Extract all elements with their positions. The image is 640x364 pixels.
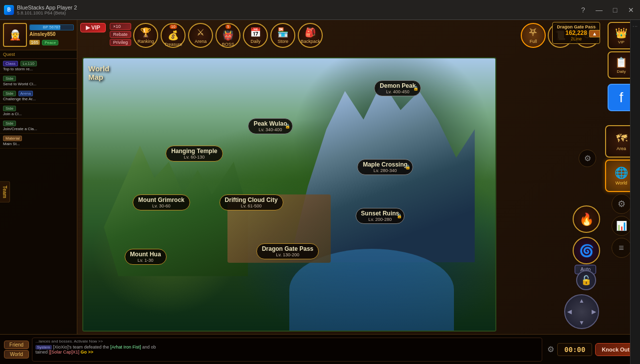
dpad-up-arrow: ▲ bbox=[579, 297, 585, 304]
bp-bar: BP 56787 bbox=[29, 24, 74, 30]
right-extra-2: ⚙ 📊 ≡ bbox=[612, 194, 632, 258]
title-bar: B BlueStacks App Player 2 5.8.101.1001 P… bbox=[0, 0, 640, 20]
treasure-icon: 💰 bbox=[168, 30, 179, 41]
chat-msg3: tained bbox=[35, 350, 49, 355]
boss-button[interactable]: 5 👹 BOSS bbox=[215, 23, 240, 48]
arena-badge: Arena bbox=[18, 91, 33, 96]
peak-wulao-level: Lv. 340-400 bbox=[253, 127, 287, 132]
close-button[interactable]: ✕ bbox=[626, 5, 636, 15]
quest-item-2[interactable]: Side Send to World Cl... bbox=[0, 74, 77, 89]
timer-value: 00:00 bbox=[563, 346, 587, 354]
store-icon: 🏪 bbox=[277, 27, 288, 38]
settings-right-icon[interactable]: ⚙ bbox=[612, 194, 632, 214]
friend-button[interactable]: Friend bbox=[4, 341, 29, 349]
area-label: Area bbox=[617, 146, 626, 151]
ranking-button[interactable]: 🏆 Ranking bbox=[133, 23, 158, 48]
quest-item-clan[interactable]: Side Join a Cl... bbox=[0, 104, 77, 119]
chat-msg2: and ob bbox=[142, 345, 156, 350]
peace-badge: Peace bbox=[42, 40, 58, 45]
world-bottom-button[interactable]: World bbox=[4, 350, 29, 359]
chat-line-2: System [XioXio]'s team defeated the [Arh… bbox=[35, 345, 539, 355]
top-icon-row: 🏆 Ranking 10 💰 Treasure ⚔ Arena 5 👹 BOSS… bbox=[133, 23, 323, 48]
x10-badge[interactable]: ×10 bbox=[110, 23, 132, 30]
item-button-2[interactable]: 🌀 bbox=[573, 237, 600, 264]
side-badge-2: Side bbox=[3, 91, 16, 96]
store-label: Store bbox=[278, 39, 289, 44]
full-icon[interactable]: ⛧ Full bbox=[521, 23, 546, 48]
dragon-gate-pass-level: Lv. 130-200 bbox=[262, 252, 313, 257]
boss-badge: 5 bbox=[225, 24, 230, 29]
team-tab[interactable]: Team bbox=[0, 181, 10, 202]
quest-item-1[interactable]: Class Lv.110 Top to storm re... bbox=[0, 59, 77, 74]
world-label: World bbox=[616, 181, 627, 185]
quest-item-material[interactable]: Material Main St... bbox=[0, 134, 77, 149]
daily-right-label: Daily bbox=[617, 69, 626, 74]
bs-sidebar-icon-1[interactable]: ⋮ bbox=[633, 24, 638, 29]
map-title: WorldMap bbox=[83, 58, 133, 87]
chat-area: ...lances and bosses. Activate Now >> Sy… bbox=[32, 338, 542, 362]
side-badge-4: Side bbox=[3, 121, 16, 126]
daily-button[interactable]: 📅 Daily bbox=[243, 23, 268, 48]
window-controls: ? — □ ✕ bbox=[578, 5, 636, 15]
hanging-temple-level: Lv. 60-130 bbox=[171, 155, 217, 160]
rebate-button[interactable]: Rebate bbox=[110, 31, 132, 38]
quest-item-arena[interactable]: Side Arena Challenge the Ar... bbox=[0, 89, 77, 104]
mount-grimrock-pin[interactable]: Mount Grimrock Lv. 30-60 bbox=[133, 194, 190, 210]
dpad[interactable]: ▲ ▼ ◀ ▶ bbox=[564, 294, 599, 329]
bp-value: BP 56787 bbox=[43, 25, 60, 29]
maple-crossing-pin[interactable]: Maple Crossing Lv. 280-340 🔒 bbox=[357, 159, 413, 175]
chat-item1: [Arhat Iron Fist] bbox=[110, 345, 141, 350]
side-badge-3: Side bbox=[3, 106, 16, 111]
maximize-button[interactable]: □ bbox=[610, 5, 620, 15]
daily-label: Daily bbox=[250, 39, 260, 44]
app-version: 5.8.101.1001 P64 (Beta) bbox=[17, 10, 77, 15]
chat-player: [XioXio]'s team defeated the bbox=[53, 345, 110, 350]
settings-bottom-button[interactable]: ⚙ bbox=[579, 150, 596, 167]
list-right-icon[interactable]: ≡ bbox=[612, 238, 632, 258]
mount-hua-level: Lv. 1-30 bbox=[130, 258, 161, 263]
privilege-button[interactable]: Privileg bbox=[110, 39, 132, 46]
dpad-left-arrow: ◀ bbox=[567, 308, 572, 315]
vip-button[interactable]: ▶ VIP bbox=[80, 23, 106, 32]
chart-right-icon[interactable]: 📊 bbox=[612, 216, 632, 236]
hanging-temple-name: Hanging Temple bbox=[171, 148, 217, 155]
drifting-cloud-name: Drifting Cloud City bbox=[225, 196, 278, 203]
rebate-privilege: ×10 Rebate Privileg bbox=[110, 23, 132, 46]
treasure-button[interactable]: 10 💰 Treasure bbox=[161, 23, 186, 48]
peak-wulao-pin[interactable]: Peak Wulao Lv. 340-400 🔒 bbox=[248, 118, 292, 134]
store-button[interactable]: 🏪 Store bbox=[270, 23, 295, 48]
lock-toggle-button[interactable]: 🔓 bbox=[576, 270, 596, 290]
side-badge: Side bbox=[3, 76, 16, 81]
backpack-label: Backpack bbox=[301, 39, 320, 44]
chat-settings-icon[interactable]: ⚙ bbox=[547, 345, 554, 354]
boss-icon: 👹 bbox=[222, 30, 233, 41]
demon-peak-lock: 🔒 bbox=[413, 86, 419, 91]
help-button[interactable]: ? bbox=[578, 5, 588, 15]
drifting-cloud-pin[interactable]: Drifting Cloud City Lv. 61-500 bbox=[219, 194, 283, 210]
quest-item-clan2[interactable]: Side Join/Create a Cla... bbox=[0, 119, 77, 134]
dragon-gate-arrow[interactable]: ▲ bbox=[589, 30, 600, 37]
area-icon: 🗺 bbox=[616, 132, 627, 145]
quest-label: Quest bbox=[0, 50, 77, 59]
dragon-gate-pass-pin[interactable]: Dragon Gate Pass Lv. 130-200 bbox=[256, 243, 319, 259]
daily-right-icon: 📋 bbox=[615, 56, 628, 68]
demon-peak-pin[interactable]: Demon Peak Lv. 400-450 🔒 bbox=[374, 80, 421, 96]
backpack-button[interactable]: 🎒 Backpack bbox=[298, 23, 323, 48]
mount-hua-pin[interactable]: Mount Hua Lv. 1-30 bbox=[125, 249, 167, 265]
avatar[interactable]: 🧝 bbox=[3, 23, 27, 47]
item-button-1[interactable]: 🔥 bbox=[573, 205, 600, 233]
full-label: Full bbox=[530, 39, 537, 44]
hanging-temple-pin[interactable]: Hanging Temple Lv. 60-130 bbox=[166, 146, 222, 162]
chat-go-button[interactable]: Go >> bbox=[81, 350, 94, 355]
full-symbol: ⛧ bbox=[529, 27, 538, 38]
treasure-label: Treasure bbox=[164, 42, 182, 47]
mount-hua-name: Mount Hua bbox=[130, 251, 161, 258]
left-panel: 🧝 BP 56787 Ainsley850 165 Peace Quest Cl… bbox=[0, 20, 77, 364]
maple-crossing-lock: 🔒 bbox=[405, 165, 411, 170]
sunset-ruins-pin[interactable]: Sunset Ruins Lv. 200-280 🔒 bbox=[356, 208, 405, 224]
minimize-button[interactable]: — bbox=[594, 5, 604, 15]
arena-button[interactable]: ⚔ Arena bbox=[188, 23, 213, 48]
level-badge-quest: Lv.110 bbox=[20, 61, 37, 66]
boss-label: BOSS bbox=[222, 42, 234, 47]
bluestacks-right-sidebar: ⋮ bbox=[630, 20, 640, 364]
